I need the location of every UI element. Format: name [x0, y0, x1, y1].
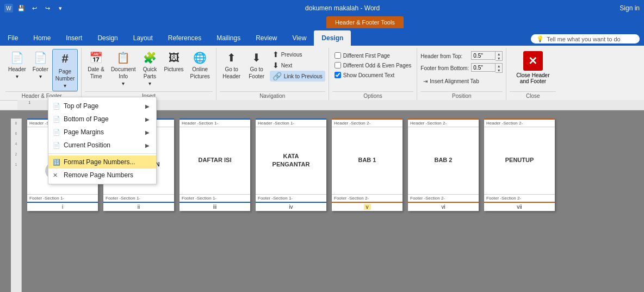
quick-parts-arrow: ▾ — [148, 80, 151, 87]
group-options-content: Different First Page Different Odd & Eve… — [332, 49, 413, 91]
header-btn[interactable]: 📄 Header ▾ — [5, 49, 29, 82]
current-position-label: Current Position — [64, 141, 110, 149]
goto-header-btn[interactable]: ⬆ Go to Header — [220, 49, 244, 82]
header-from-top-row: Header from Top: 0.5" ▲ ▼ — [420, 51, 503, 61]
nav-small-btns: ⬆ Previous ⬇ Next 🔗 Link to Previous — [270, 49, 325, 82]
diff-odd-even-label: Different Odd & Even Pages — [343, 63, 411, 69]
tab-home[interactable]: Home — [26, 30, 58, 46]
page-3-title: DAFTAR ISI — [199, 156, 232, 164]
menu-bottom-of-page[interactable]: 📄 Bottom of Page ▶ — [48, 113, 156, 126]
tell-me-box[interactable]: 💡 Tell me what you want to do — [531, 34, 640, 44]
page-5-title: BAB 1 — [358, 156, 376, 164]
tab-insert[interactable]: Insert — [58, 30, 90, 46]
footer-btn[interactable]: 📄 Footer ▾ — [30, 49, 51, 82]
page-2-num: ii — [103, 203, 174, 211]
date-time-label2: Time — [90, 73, 102, 80]
show-doc-text-check[interactable]: Show Document Text — [332, 71, 397, 79]
tab-design[interactable]: Design — [90, 30, 125, 46]
page-3-content: DAFTAR ISI — [179, 127, 250, 194]
alignment-tab-icon: ⇥ — [423, 78, 428, 84]
top-of-page-icon: 📄 — [53, 103, 60, 110]
footer-from-bottom-input[interactable]: 0.5" — [471, 63, 496, 72]
goto-footer-btn[interactable]: ⬇ Go to Footer — [245, 49, 269, 82]
ruler-mark-1: 1 — [28, 100, 30, 105]
doc-info-btn[interactable]: 📋 Document Info ▾ — [108, 49, 139, 89]
menu-current-position[interactable]: 📄 Current Position ▶ — [48, 139, 156, 152]
group-nav-label: Navigation — [220, 91, 325, 100]
diff-odd-even-check[interactable]: Different Odd & Even Pages — [332, 61, 413, 70]
page-3-num: iii — [179, 203, 250, 211]
redo-qat[interactable]: ↪ — [42, 3, 52, 13]
format-pn-icon: 🔢 — [53, 159, 60, 166]
online-pictures-btn[interactable]: 🌐 Online Pictures — [188, 49, 213, 82]
bottom-of-page-icon: 📄 — [53, 116, 60, 123]
previous-icon: ⬆ — [273, 50, 279, 59]
customize-qat[interactable]: ▾ — [55, 3, 65, 13]
tab-hf-design[interactable]: Design — [314, 30, 351, 46]
tab-mailings[interactable]: Mailings — [209, 30, 248, 46]
doc-info-label: Document — [111, 66, 136, 73]
quick-parts-label: Quick — [143, 66, 157, 73]
tab-layout[interactable]: Layout — [126, 30, 160, 46]
spinner-up[interactable]: ▲ — [496, 52, 502, 56]
title-bar: W 💾 ↩ ↪ ▾ dokumen makalah - Word Sign in — [0, 0, 644, 16]
format-page-numbers-label: Format Page Numbers... — [64, 158, 135, 166]
online-pictures-icon: 🌐 — [193, 51, 207, 65]
header-from-top-input[interactable]: 0.5" — [471, 51, 496, 60]
previous-btn[interactable]: ⬆ Previous — [270, 49, 325, 60]
page-3-footer: Footer -Section 1- — [179, 194, 250, 203]
link-to-prev-btn[interactable]: 🔗 Link to Previous — [270, 71, 325, 82]
tab-file[interactable]: File — [0, 30, 26, 46]
header-label: Header — [8, 66, 26, 73]
diff-first-page-check[interactable]: Different First Page — [332, 51, 392, 60]
spinner-down[interactable]: ▼ — [496, 56, 502, 60]
tab-references[interactable]: References — [160, 30, 209, 46]
quick-parts-btn[interactable]: 🧩 Quick Parts ▾ — [139, 49, 160, 89]
top-of-page-label: Top of Page — [64, 102, 98, 110]
show-doc-text-input[interactable] — [335, 72, 341, 78]
insert-alignment-tab-btn[interactable]: ⇥ Insert Alignment Tab — [420, 77, 481, 85]
tab-view[interactable]: View — [285, 30, 314, 46]
menu-top-of-page[interactable]: 📄 Top of Page ▶ — [48, 100, 156, 113]
page-6-footer: Footer -Section 2- — [408, 194, 479, 203]
menu-remove-page-numbers[interactable]: ✕ Remove Page Numbers — [48, 169, 156, 182]
page-4-footer: Footer -Section 1- — [256, 194, 326, 203]
pictures-icon: 🖼 — [169, 51, 179, 65]
save-qat[interactable]: 💾 — [16, 3, 26, 13]
page-number-icon: # — [61, 51, 68, 67]
group-options: Different First Page Different Odd & Eve… — [329, 48, 417, 100]
goto-footer-label2: Footer — [249, 73, 264, 80]
header-from-top-spinner: ▲ ▼ — [496, 51, 503, 61]
page-margins-icon: 📄 — [53, 129, 60, 136]
diff-first-page-input[interactable] — [335, 52, 341, 59]
page-number-label2: Number — [55, 75, 75, 82]
page-thumb-7: Header -Section 2- PENUTUP Footer -Secti… — [484, 119, 555, 211]
diff-odd-even-input[interactable] — [335, 62, 341, 69]
page-4-title: KATAPENGANTAR — [273, 152, 310, 169]
doc-title: dokumen makalah - Word — [305, 4, 380, 12]
tab-review[interactable]: Review — [248, 30, 284, 46]
page-thumb-5: Header -Section 2- BAB 1 Footer -Section… — [332, 119, 403, 211]
signin-btn[interactable]: Sign in — [620, 4, 640, 12]
close-hf-btn[interactable]: ✕ Close Headerand Footer — [510, 49, 556, 86]
remove-page-numbers-label: Remove Page Numbers — [64, 171, 133, 179]
menu-sep — [48, 153, 156, 154]
show-doc-text-label: Show Document Text — [343, 72, 394, 78]
group-header-footer: 📄 Header ▾ 📄 Footer ▾ # Page Number ▾ He… — [2, 48, 82, 100]
menu-page-margins[interactable]: 📄 Page Margins ▶ — [48, 126, 156, 139]
menu-format-page-numbers[interactable]: 🔢 Format Page Numbers... — [48, 156, 156, 169]
spinner-down2[interactable]: ▼ — [496, 68, 502, 72]
page-4-num: iv — [256, 203, 326, 211]
undo-qat[interactable]: ↩ — [29, 3, 39, 13]
page-number-btn[interactable]: # Page Number ▾ — [52, 49, 78, 91]
group-close-label: Close — [510, 91, 556, 100]
online-pictures-label: Online — [192, 66, 208, 73]
date-time-btn[interactable]: 📅 Date & Time — [85, 49, 107, 82]
footer-label: Footer — [33, 66, 48, 73]
spinner-up2[interactable]: ▲ — [496, 64, 502, 68]
next-btn[interactable]: ⬇ Next — [270, 60, 325, 71]
pictures-btn[interactable]: 🖼 Pictures — [161, 49, 186, 74]
page-5-num: v — [332, 203, 403, 211]
doc-info-label2: Info — [119, 73, 128, 80]
footer-from-bottom-row: Footer from Bottom: 0.5" ▲ ▼ — [420, 63, 503, 73]
